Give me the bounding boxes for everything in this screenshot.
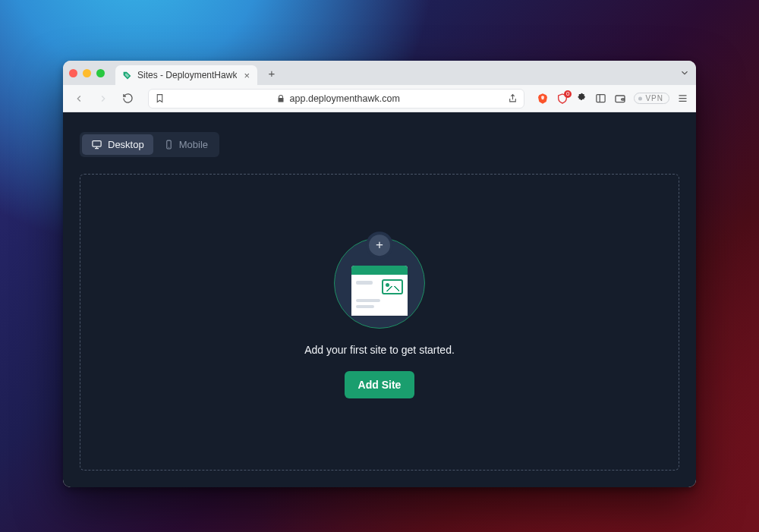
window-close-button[interactable] — [69, 69, 77, 77]
empty-state-illustration: + — [334, 238, 425, 329]
empty-state-message: Add your first site to get started. — [304, 344, 455, 356]
menu-icon[interactable] — [677, 93, 688, 104]
browser-window: Sites - DeploymentHawk × + app.deplo — [63, 61, 696, 487]
window-minimize-button[interactable] — [83, 69, 91, 77]
view-toggle-desktop[interactable]: Desktop — [82, 134, 153, 155]
tab-close-icon[interactable]: × — [244, 71, 250, 80]
wallet-icon[interactable] — [614, 93, 626, 105]
sidebar-icon[interactable] — [595, 93, 606, 104]
add-site-button[interactable]: Add Site — [345, 371, 415, 398]
page-mock-icon — [351, 266, 408, 316]
svg-rect-0 — [597, 95, 605, 102]
share-icon[interactable] — [508, 93, 518, 103]
extensions-icon[interactable] — [576, 93, 587, 104]
nav-back-button[interactable] — [71, 90, 87, 107]
lock-icon — [276, 94, 285, 103]
plus-badge-icon: + — [369, 235, 390, 256]
view-toggle-desktop-label: Desktop — [108, 139, 144, 150]
mobile-icon — [164, 139, 174, 150]
svg-rect-6 — [93, 141, 101, 147]
desktop-icon — [91, 139, 102, 150]
app-viewport: Desktop Mobile + — [63, 112, 696, 487]
window-zoom-button[interactable] — [96, 69, 105, 77]
brave-icon[interactable] — [537, 93, 549, 105]
new-tab-button[interactable]: + — [263, 65, 280, 81]
vpn-label: VPN — [645, 94, 663, 102]
shields-badge-count: 0 — [564, 90, 572, 98]
address-url: app.deploymenthawk.com — [290, 93, 400, 104]
browser-toolbar: app.deploymenthawk.com 0 — [63, 85, 696, 112]
window-controls — [69, 69, 105, 77]
empty-state-card: + Add your first site to get started. Ad… — [80, 174, 679, 471]
bookmark-icon[interactable] — [155, 93, 165, 103]
browser-tab-active[interactable]: Sites - DeploymentHawk × — [115, 65, 257, 85]
view-toggle-row: Desktop Mobile — [63, 132, 696, 157]
view-toggle-mobile-label: Mobile — [179, 139, 208, 150]
tab-title: Sites - DeploymentHawk — [137, 70, 237, 80]
tab-favicon-icon — [121, 70, 132, 80]
reload-button[interactable] — [119, 90, 136, 107]
shields-icon[interactable]: 0 — [556, 93, 568, 105]
view-toggle-mobile[interactable]: Mobile — [155, 134, 217, 155]
tab-strip: Sites - DeploymentHawk × + — [63, 61, 696, 85]
nav-forward-button[interactable] — [95, 90, 112, 107]
address-bar[interactable]: app.deploymenthawk.com — [148, 89, 524, 109]
tabs-overflow-icon[interactable] — [679, 68, 690, 78]
vpn-pill[interactable]: VPN — [634, 93, 669, 104]
empty-state: + Add your first site to get started. Ad… — [304, 238, 455, 398]
view-toggle: Desktop Mobile — [80, 132, 219, 157]
